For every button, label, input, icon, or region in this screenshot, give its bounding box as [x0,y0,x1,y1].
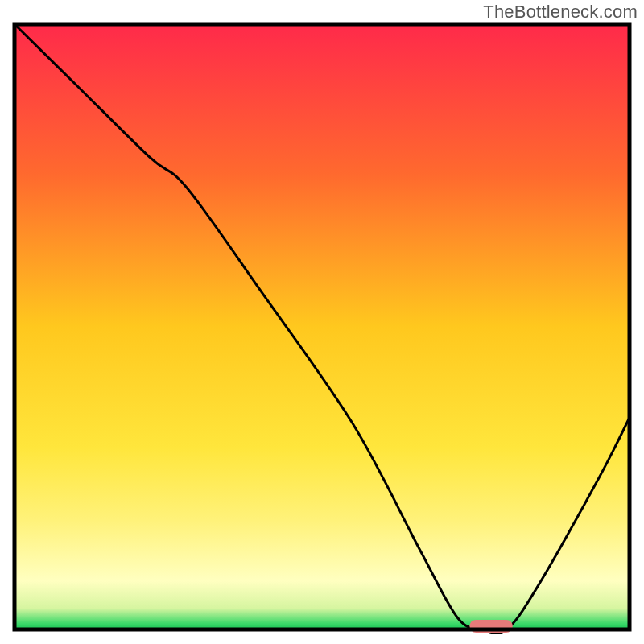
chart-container: TheBottleneck.com [0,0,644,644]
bottleneck-plot [0,0,644,644]
